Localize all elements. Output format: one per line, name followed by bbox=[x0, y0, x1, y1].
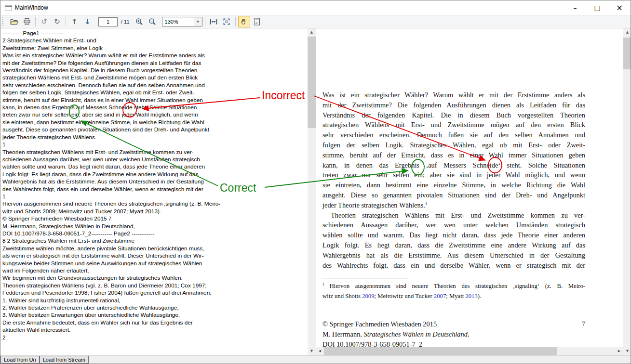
text-line: 1 bbox=[2, 141, 220, 148]
triangle-down-icon: ▼ bbox=[626, 350, 629, 353]
footnote-rule bbox=[322, 278, 408, 278]
minimize-button[interactable]: – bbox=[564, 0, 586, 15]
redo-button[interactable]: ↻ bbox=[51, 16, 63, 27]
open-file-button[interactable] bbox=[8, 16, 20, 27]
imprint-block: © Springer Fachmedien Wiesbaden 2015 7 M… bbox=[322, 319, 585, 347]
print-button[interactable] bbox=[21, 16, 33, 27]
page-number-input[interactable] bbox=[98, 17, 118, 26]
extracted-text-panel: ---------- Page1 ------------2 Strategis… bbox=[0, 28, 308, 355]
app-icon[interactable] bbox=[5, 5, 12, 11]
scrollbar-track[interactable] bbox=[324, 347, 615, 355]
text-line: Theorien strategischen Wählens mit Erst-… bbox=[322, 210, 585, 221]
scroll-up-button[interactable]: ▲ bbox=[308, 28, 316, 37]
text-line: des Wahlrechts folgt, dass ein und derse… bbox=[322, 260, 585, 271]
triangle-up-icon: ▲ bbox=[310, 31, 313, 34]
toolbar: ↺ ↻ ↑ ↓ / 11 bbox=[0, 15, 631, 28]
toolbar-separator bbox=[205, 17, 205, 26]
previous-page-button[interactable]: ↑ bbox=[68, 16, 81, 27]
zoom-combobox[interactable]: 130% ▼ bbox=[162, 17, 202, 26]
text-line: Was ist ein strategischer Wähler? Warum … bbox=[322, 90, 585, 100]
scrollbar-track[interactable] bbox=[623, 37, 631, 347]
undo-button[interactable]: ↺ bbox=[38, 16, 50, 27]
fit-width-icon bbox=[209, 17, 218, 26]
text-line: ausgeht. Diese so genannten pivotalen Si… bbox=[322, 190, 585, 200]
text-line: Verständnis der folgenden Kapitel. Die i… bbox=[322, 110, 585, 120]
footnote: 1 Hiervon ausgenommen sind neuere Theori… bbox=[322, 281, 585, 301]
page-total-label: / 11 bbox=[121, 19, 130, 25]
text-line: als wenn er strategisch mit der Erststim… bbox=[2, 252, 220, 260]
zoom-in-button[interactable] bbox=[134, 16, 146, 27]
text-line: ---------- Page1 ------------ bbox=[2, 30, 220, 37]
scroll-down-button[interactable]: ▼ bbox=[623, 347, 631, 355]
load-from-stream-button[interactable]: Load from Stream bbox=[40, 356, 89, 364]
text-line: stimme, beruht auf der Einsicht, dass es… bbox=[322, 150, 585, 160]
citation-link[interactable]: 2009 bbox=[362, 293, 374, 299]
close-button[interactable]: × bbox=[608, 0, 631, 15]
text-line: strategischen Wählens mit Erst- und Zwei… bbox=[2, 74, 220, 81]
left-panel-scrollbar: ▲ ▼ bbox=[308, 28, 316, 355]
fit-page-button[interactable] bbox=[221, 16, 233, 27]
text-line: M. Herrmann, Strategisches Wählen in Deu… bbox=[322, 329, 585, 339]
text-line: 8 2 Strategisches Wählen mit Erst- und Z… bbox=[2, 237, 220, 245]
text-line: 1 Hiervon ausgenommen sind neuere Theori… bbox=[322, 281, 585, 291]
text-line: jeder Theorie strategischen Wählens. bbox=[2, 134, 220, 141]
pdf-page-panel: Was ist ein strategischer Wähler? Warum … bbox=[316, 28, 623, 347]
load-from-uri-button[interactable]: Load from Uri bbox=[0, 356, 40, 364]
text-line: mit der Zweitstimme? Die folgenden Ausfü… bbox=[2, 60, 220, 67]
fit-page-icon bbox=[222, 17, 231, 26]
page-number: 7 bbox=[582, 319, 585, 329]
triangle-up-icon: ▲ bbox=[626, 31, 629, 34]
fit-width-button[interactable] bbox=[208, 16, 220, 27]
text-line: treten zwar nur sehr selten ein; aber si… bbox=[322, 170, 585, 180]
text-line: Logik folgt. Es liegt daran, dass die Zw… bbox=[2, 171, 220, 178]
text-line: treten zwar nur sehr selten ein; aber si… bbox=[2, 111, 220, 118]
text-select-button[interactable] bbox=[251, 16, 263, 27]
citation-link[interactable]: 2007 bbox=[434, 293, 446, 299]
text-line: kungsweise beider Stimmen und seine Ausw… bbox=[2, 260, 220, 267]
scrollbar-thumb[interactable] bbox=[308, 37, 316, 128]
zoom-value: 130% bbox=[162, 19, 194, 25]
open-folder-icon bbox=[10, 17, 18, 26]
maximize-button[interactable]: □ bbox=[586, 0, 608, 15]
text-segment: ). bbox=[478, 293, 481, 299]
text-line: Verständnis der folgenden Kapitel. Die i… bbox=[2, 67, 220, 74]
scroll-down-button[interactable]: ▼ bbox=[308, 347, 316, 355]
extracted-text: ---------- Page1 ------------2 Strategis… bbox=[2, 30, 220, 341]
text-line: Zweitstimme: Zwei Stimmen, eine Logik bbox=[2, 45, 220, 52]
text-line: Wir beginnen mit den Grundvoraussetzunge… bbox=[2, 274, 220, 282]
zoom-out-button[interactable] bbox=[147, 16, 159, 27]
toolbar-separator bbox=[66, 17, 66, 26]
chevron-down-icon: ▼ bbox=[197, 20, 199, 23]
scroll-up-button[interactable]: ▲ bbox=[623, 28, 631, 37]
text-segment: ; Meirowitz und Tucker bbox=[375, 293, 434, 299]
text-line: wählen sollte und warum. Das liegt nicht… bbox=[322, 230, 585, 240]
text-line: folgen der selben Logik. Strategisches W… bbox=[322, 140, 585, 150]
window-controls: – □ × bbox=[564, 0, 631, 15]
pdf-paragraph: Theorien strategischen Wählens mit Erst-… bbox=[322, 210, 585, 271]
footer-bar: Load from Uri Load from Stream bbox=[0, 355, 631, 364]
scrollbar-thumb[interactable] bbox=[324, 347, 557, 355]
scrollbar-thumb[interactable] bbox=[623, 38, 631, 69]
text-line: sehr verschieden erscheinen. Dennoch fuß… bbox=[2, 82, 220, 89]
text-segment: jeder Theorie strategischen Wählens. bbox=[322, 201, 425, 209]
hand-tool-button[interactable] bbox=[238, 16, 250, 27]
scroll-right-button[interactable]: ▶ bbox=[615, 347, 623, 355]
zoom-dropdown-button[interactable]: ▼ bbox=[194, 17, 202, 26]
text-segment: Hiervon ausgenommen sind neuere Theorien… bbox=[329, 283, 585, 289]
text-line: mit der Zweitstimme? Die folgenden Ausfü… bbox=[322, 100, 585, 110]
window-title: MainWindow bbox=[15, 4, 48, 11]
arrow-down-icon: ↓ bbox=[84, 18, 91, 26]
scrollbar-track[interactable] bbox=[308, 37, 316, 347]
printer-icon bbox=[23, 17, 31, 26]
text-line: 2 Strategisches Wählen mit Erst- und bbox=[2, 37, 220, 44]
toolbar-grip[interactable] bbox=[2, 17, 5, 26]
text-line: Die erste Annahme bedeutet, dass ein Wäh… bbox=[2, 319, 220, 326]
next-page-button[interactable]: ↓ bbox=[81, 16, 94, 27]
scroll-left-button[interactable]: ◀ bbox=[316, 347, 324, 355]
zoom-out-icon bbox=[148, 17, 157, 26]
redo-icon: ↻ bbox=[54, 18, 60, 26]
app-window-icon bbox=[5, 5, 12, 11]
citation-link[interactable]: 2013 bbox=[465, 293, 477, 299]
text-line: Was ist ein strategischer Wähler? Warum … bbox=[2, 52, 220, 59]
arrow-up-icon: ↑ bbox=[71, 18, 78, 26]
